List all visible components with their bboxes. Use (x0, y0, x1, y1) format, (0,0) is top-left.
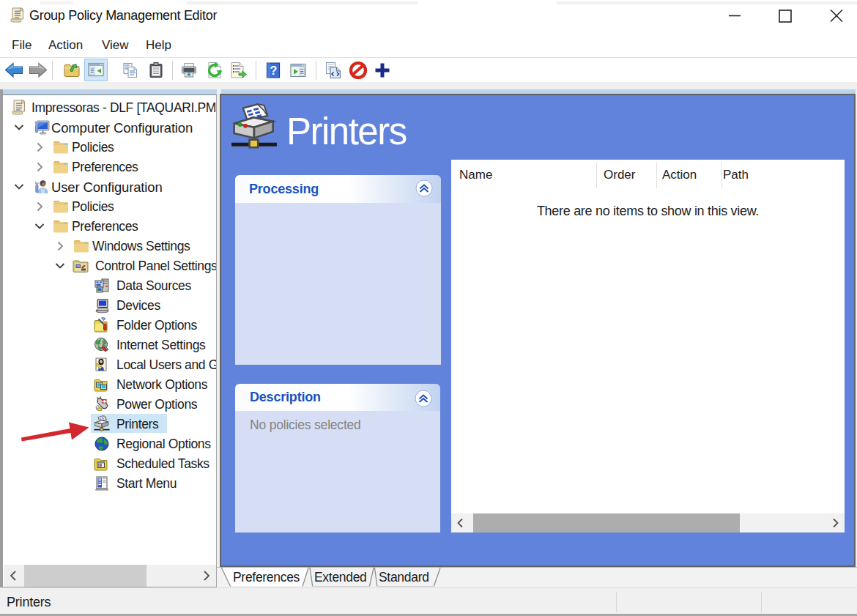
svg-text:?: ? (270, 64, 278, 77)
